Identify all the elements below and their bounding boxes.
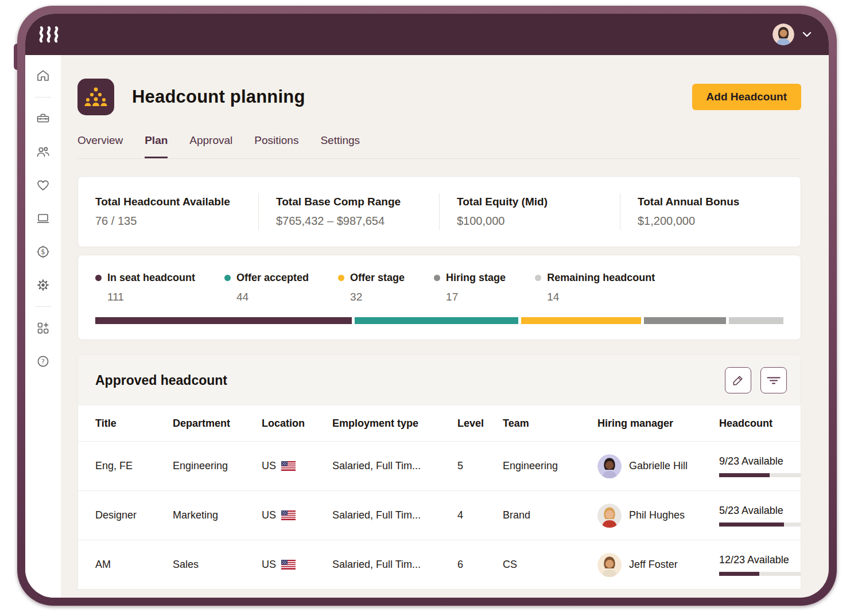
rippling-logo-icon	[37, 25, 64, 44]
cell-department: Sales	[173, 559, 262, 571]
table-row[interactable]: Eng, FE Engineering US	[78, 441, 801, 490]
location-label: US	[262, 559, 276, 571]
col-title: Title	[95, 418, 173, 430]
tab-plan[interactable]: Plan	[145, 134, 168, 158]
cell-headcount: 9/23 Available	[719, 455, 801, 477]
cell-location: US	[262, 460, 332, 472]
bar-segment-in-seat	[95, 317, 352, 324]
svg-text:?: ?	[41, 358, 45, 365]
cell-department: Engineering	[173, 460, 262, 472]
cell-employment-type: Salaried, Full Tim...	[332, 460, 457, 472]
stat-base-comp: Total Base Comp Range $765,432 – $987,65…	[258, 193, 439, 230]
cell-location: US	[262, 509, 332, 521]
bar-segment-offer-accepted	[355, 317, 519, 324]
add-headcount-button[interactable]: Add Headcount	[692, 84, 801, 110]
tab-overview[interactable]: Overview	[77, 134, 123, 158]
col-department: Department	[173, 418, 262, 430]
profile-menu[interactable]	[773, 24, 812, 45]
location-label: US	[262, 509, 276, 521]
cell-level: 4	[457, 509, 503, 521]
cell-team: CS	[503, 559, 597, 571]
legend-value: 32	[350, 291, 405, 303]
headcount-progress-fill	[719, 473, 770, 477]
cell-employment-type: Salaried, Full Tim...	[332, 509, 457, 521]
page-canvas: $	[0, 0, 854, 616]
legend-in-seat: In seat headcount 111	[95, 272, 195, 303]
topbar	[25, 14, 829, 55]
home-icon[interactable]	[35, 68, 51, 84]
manager-avatar	[597, 553, 622, 577]
apps-add-icon[interactable]	[35, 320, 51, 336]
chevron-down-icon[interactable]	[802, 32, 812, 37]
legend-value: 17	[446, 291, 506, 303]
tablet-frame: $	[17, 6, 837, 606]
table-column-headers: Title Department Location Employment typ…	[78, 406, 801, 441]
table-row[interactable]: AM Sales US S	[78, 540, 801, 589]
bar-segment-hiring-stage	[644, 317, 726, 324]
stat-label: Total Base Comp Range	[276, 196, 428, 208]
user-avatar[interactable]	[773, 24, 794, 45]
headcount-label: 9/23 Available	[719, 455, 801, 467]
cell-employment-type: Salaried, Full Tim...	[332, 559, 457, 571]
stat-label: Total Headcount Available	[95, 196, 247, 208]
stat-value: 76 / 135	[95, 215, 247, 228]
cell-hiring-manager: Gabrielle Hill	[597, 454, 719, 478]
stat-annual-bonus: Total Annual Bonus $1,200,000	[620, 193, 801, 230]
cell-title: AM	[95, 559, 173, 571]
legend-label: Remaining headcount	[547, 272, 655, 284]
legend-dot	[224, 275, 231, 281]
pipeline-legend: In seat headcount 111 Offer accepted 44	[95, 272, 783, 303]
laptop-icon[interactable]	[35, 210, 51, 227]
table-row[interactable]: Designer Marketing US	[78, 490, 801, 540]
col-headcount: Headcount	[719, 418, 783, 430]
sidebar-divider	[35, 97, 51, 98]
legend-dot	[338, 275, 344, 281]
headcount-label: 5/23 Available	[719, 505, 801, 517]
tab-settings[interactable]: Settings	[320, 134, 360, 158]
col-team: Team	[503, 418, 597, 430]
help-icon[interactable]: ?	[35, 353, 51, 369]
manager-name: Jeff Foster	[629, 559, 678, 571]
edit-button[interactable]	[725, 367, 751, 393]
stat-total-headcount: Total Headcount Available 76 / 135	[78, 193, 258, 230]
us-flag-icon	[281, 510, 296, 520]
headcount-label: 12/23 Available	[719, 554, 801, 566]
cell-headcount: 12/23 Available	[719, 554, 801, 576]
sidebar: $	[25, 55, 61, 598]
legend-dot	[434, 275, 440, 281]
totals-summary-card: Total Headcount Available 76 / 135 Total…	[77, 176, 801, 247]
location-label: US	[262, 460, 276, 472]
legend-dot	[535, 275, 541, 281]
legend-value: 111	[107, 291, 195, 303]
table-title: Approved headcount	[95, 373, 227, 388]
heart-icon[interactable]	[35, 177, 51, 193]
gear-icon[interactable]	[35, 277, 51, 293]
legend-offer-stage: Offer stage 32	[338, 272, 405, 303]
page-header: Headcount planning Add Headcount	[77, 79, 801, 115]
cell-department: Marketing	[173, 509, 262, 521]
payroll-dollar-icon[interactable]: $	[35, 244, 51, 260]
cell-headcount: 5/23 Available	[719, 505, 801, 527]
pipeline-card: In seat headcount 111 Offer accepted 44	[77, 255, 801, 340]
toolbox-icon[interactable]	[35, 111, 51, 127]
legend-remaining: Remaining headcount 14	[535, 272, 655, 303]
people-icon[interactable]	[35, 144, 51, 160]
col-level: Level	[457, 418, 503, 430]
cell-team: Engineering	[503, 460, 597, 472]
us-flag-icon	[281, 560, 296, 570]
manager-avatar	[597, 504, 622, 528]
cell-title: Designer	[95, 509, 173, 521]
manager-name: Phil Hughes	[629, 509, 685, 521]
filter-button[interactable]	[760, 367, 787, 393]
legend-dot	[95, 275, 102, 281]
table-header-bar: Approved headcount	[78, 355, 801, 406]
headcount-progress	[719, 572, 801, 576]
tab-positions[interactable]: Positions	[254, 134, 298, 158]
manager-avatar	[597, 454, 622, 478]
headcount-stacked-bar	[95, 317, 783, 324]
tab-approval[interactable]: Approval	[189, 134, 232, 158]
cell-level: 6	[457, 559, 503, 571]
svg-text:$: $	[41, 248, 45, 256]
col-location: Location	[262, 418, 332, 430]
app-body: $	[25, 55, 829, 598]
